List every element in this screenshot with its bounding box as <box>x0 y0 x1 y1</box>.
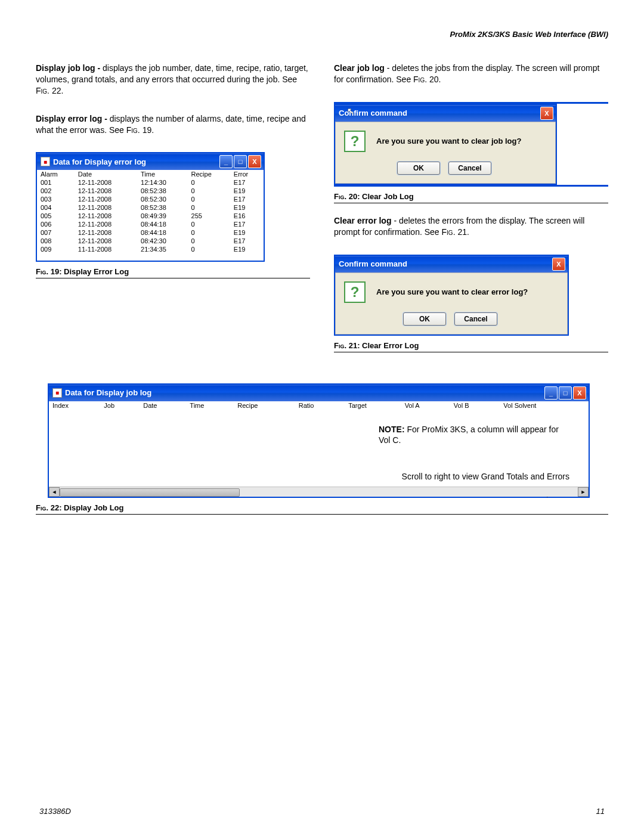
column-header: Alarm <box>37 170 75 178</box>
window-titlebar[interactable]: Confirm command ↖ X <box>335 105 556 122</box>
figure-19-caption: Fig. 19: Display Error Log <box>36 265 310 278</box>
column-header: Error <box>230 170 264 178</box>
error-log-table: AlarmDateTimeRecipeError 00112-11-200812… <box>37 170 264 253</box>
scroll-track[interactable] <box>60 488 578 496</box>
clear-job-log-desc: Clear job log - deletes the jobs from th… <box>334 63 608 85</box>
column-header: Target <box>345 401 401 410</box>
display-job-log-desc: Display job log - displays the job numbe… <box>36 63 310 97</box>
minimize-button[interactable]: _ <box>544 386 558 400</box>
window-titlebar[interactable]: ■ Data for Display error log _ □ X <box>37 153 264 170</box>
scroll-left-button[interactable]: ◄ <box>49 487 60 497</box>
confirm-clear-error-dialog: Confirm command X ? Are you sure you wan… <box>334 255 569 336</box>
table-row[interactable]: 00612-11-200808:44:180E17 <box>37 220 264 228</box>
table-row[interactable]: 00112-11-200812:14:300E17 <box>37 178 264 187</box>
close-button[interactable]: X <box>248 155 261 168</box>
maximize-button[interactable]: □ <box>559 386 572 400</box>
column-header: Date <box>140 401 186 410</box>
question-icon: ? <box>344 131 366 152</box>
error-log-window: ■ Data for Display error log _ □ X Alarm… <box>36 152 265 262</box>
window-title: Data for Display error log <box>53 157 146 166</box>
column-header: Time <box>186 401 234 410</box>
doc-number: 313386D <box>39 807 71 816</box>
table-row[interactable]: 00712-11-200808:44:180E19 <box>37 228 264 237</box>
ok-button[interactable]: OK <box>397 162 440 175</box>
figure-21-caption: Fig. 21: Clear Error Log <box>334 339 608 352</box>
column-header: Date <box>75 170 137 178</box>
table-row[interactable]: 00512-11-200808:49:39255E16 <box>37 212 264 220</box>
app-icon: ■ <box>52 388 62 398</box>
close-button[interactable]: X <box>552 258 565 271</box>
window-title: Confirm command <box>339 259 407 268</box>
ok-button[interactable]: OK <box>403 312 446 326</box>
minimize-button[interactable]: _ <box>219 155 233 168</box>
column-header: Time <box>137 170 188 178</box>
display-error-log-desc: Display error log - displays the number … <box>36 113 310 136</box>
window-title: Confirm command <box>339 109 407 117</box>
app-icon: ■ <box>41 157 50 166</box>
figure-22-caption: Fig. 22: Display Job Log <box>36 501 608 515</box>
close-button[interactable]: X <box>573 386 586 400</box>
column-header: Recipe <box>188 170 230 178</box>
window-titlebar[interactable]: Confirm command X <box>335 256 568 272</box>
job-log-table: IndexJobDateTimeRecipeRatioTargetVol AVo… <box>49 401 589 410</box>
page-number: 11 <box>596 807 605 816</box>
scroll-right-button[interactable]: ► <box>578 487 589 497</box>
table-row[interactable]: 00911-11-200821:34:350E19 <box>37 245 264 253</box>
dialog-message: Are you sure you want to clear error log… <box>376 287 528 296</box>
column-header: Vol Solvent <box>500 401 589 410</box>
table-row[interactable]: 00412-11-200808:52:380E19 <box>37 203 264 212</box>
page-footer: 313386D 11 <box>36 807 608 816</box>
table-row[interactable]: 00212-11-200808:52:380E19 <box>37 187 264 195</box>
cancel-button[interactable]: Cancel <box>454 312 497 326</box>
table-row[interactable]: 00812-11-200808:42:300E17 <box>37 237 264 245</box>
cancel-button[interactable]: Cancel <box>448 162 491 175</box>
bold-term: Display job log - <box>36 63 103 73</box>
window-titlebar[interactable]: ■ Data for Display job log _ □ X <box>49 385 589 401</box>
horizontal-scrollbar[interactable]: ◄ ► <box>49 487 589 497</box>
bold-term: Clear error log <box>334 216 394 225</box>
bold-term: Clear job log <box>334 63 387 73</box>
dialog-message: Are you sure you want to clear job log? <box>376 137 521 145</box>
maximize-button[interactable]: □ <box>234 155 247 168</box>
job-log-window: ■ Data for Display job log _ □ X IndexJo… <box>48 383 590 498</box>
vol-c-note: NOTE: For ProMix 3KS, a column will appe… <box>379 424 569 447</box>
bold-term: Display error log - <box>36 114 110 123</box>
question-icon: ? <box>344 281 366 303</box>
column-header: Ratio <box>295 401 345 410</box>
close-button[interactable]: X <box>540 107 553 120</box>
column-header: Vol B <box>450 401 500 410</box>
column-header: Job <box>100 401 140 410</box>
column-header: Recipe <box>234 401 295 410</box>
figure-20-caption: Fig. 20: Clear Job Log <box>334 190 608 203</box>
column-header: Vol A <box>401 401 450 410</box>
table-row[interactable]: 00312-11-200808:52:300E17 <box>37 195 264 203</box>
confirm-clear-job-dialog: Confirm command ↖ X ? Are you sure you w… <box>334 104 557 185</box>
scroll-right-note: Scroll to right to view Grand Totals and… <box>402 472 569 481</box>
scroll-thumb[interactable] <box>60 488 240 497</box>
window-title: Data for Display job log <box>65 388 151 397</box>
column-header: Index <box>49 401 100 410</box>
page-header: ProMix 2KS/3KS Basic Web Interface (BWI) <box>36 30 608 39</box>
clear-error-log-desc: Clear error log - deletes the errors fro… <box>334 215 608 238</box>
